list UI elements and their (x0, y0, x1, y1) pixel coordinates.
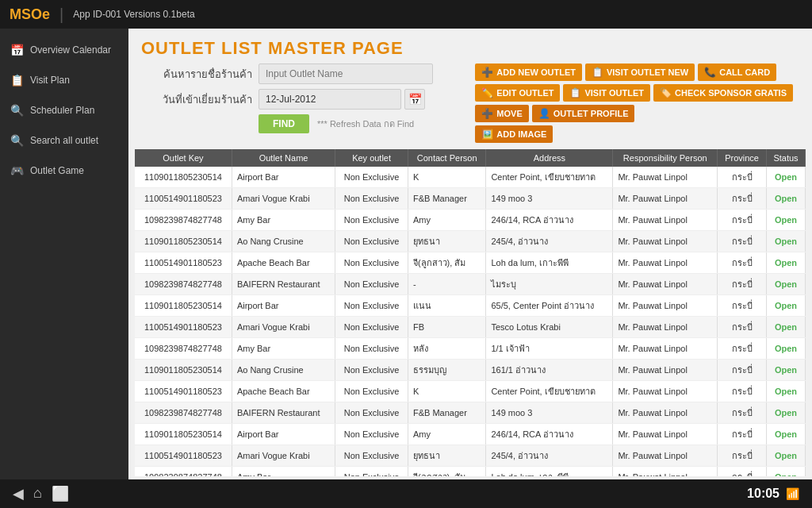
col-key-outlet: Key outlet (335, 149, 408, 167)
table-row[interactable]: 1109011805230514 Ao Nang Crusine Non Exc… (135, 360, 806, 381)
cell-contact: จี(ลูกสาว), สัม (408, 252, 485, 274)
cell-address: 245/4, อ่าวนาง (486, 445, 613, 467)
app-title: MSOe (10, 6, 50, 23)
cell-key: 1109011805230514 (135, 231, 232, 252)
cell-contact: Amy (408, 210, 485, 231)
cell-key-outlet: Non Exclusive (335, 274, 408, 295)
table-row[interactable]: 1109011805230514 Ao Nang Crusine Non Exc… (135, 231, 806, 252)
sidebar-label-overview-calendar: Overview Calendar (30, 44, 111, 56)
outlet-profile-button[interactable]: 👤 OUTLET PROFILE (532, 105, 635, 122)
table-row[interactable]: 1098239874827748 Amy Bar Non Exclusive จ… (135, 467, 806, 477)
cell-contact: ธรรมบุญ (408, 360, 485, 381)
table-row[interactable]: 1098239874827748 BAIFERN Restaurant Non … (135, 402, 806, 424)
cell-name: Airport Bar (232, 295, 335, 317)
table-row[interactable]: 1109011805230514 Airport Bar Non Exclusi… (135, 424, 806, 445)
cell-resp: Mr. Pauwat Linpol (613, 167, 718, 188)
cell-key: 1100514901180523 (135, 317, 232, 338)
sidebar-item-visit-plan[interactable]: 📋 Visit Plan (0, 65, 128, 95)
cell-province: กระบี่ (718, 338, 767, 360)
sidebar-label-visit-plan: Visit Plan (30, 75, 70, 86)
action-row-1: ➕ ADD NEW OUTLET 📋 VISIT OUTLET NEW 📞 CA… (475, 64, 793, 81)
cell-contact: หลัง (408, 338, 485, 360)
app-version: App ID-001 Versions 0.1beta (73, 9, 194, 20)
cell-key: 1109011805230514 (135, 360, 232, 381)
cell-province: กระบี่ (718, 274, 767, 295)
move-button[interactable]: ➕ MOVE (475, 105, 528, 122)
sidebar-item-scheduler-plan[interactable]: 🔍 Scheduler Plan (0, 95, 128, 125)
cell-name: BAIFERN Restaurant (232, 402, 335, 424)
cell-resp: Mr. Pauwat Linpol (613, 295, 718, 317)
cell-address: 246/14, RCA อ่าวนาง (486, 210, 613, 231)
table-row[interactable]: 1100514901180523 Apache Beach Bar Non Ex… (135, 252, 806, 274)
name-filter-label: ค้นหารายชื่อร้านค้า (141, 66, 252, 83)
cell-resp: Mr. Pauwat Linpol (613, 445, 718, 467)
outlet-name-input[interactable] (259, 64, 433, 84)
cell-name: Apache Beach Bar (232, 381, 335, 402)
table-row[interactable]: 1100514901180523 Amari Vogue Krabi Non E… (135, 317, 806, 338)
cell-contact: ยุทธนา (408, 231, 485, 252)
edit-outlet-button[interactable]: ✏️ EDIT OUTLET (475, 84, 560, 102)
back-nav-button[interactable]: ◀ (13, 485, 24, 502)
cell-resp: Mr. Pauwat Linpol (613, 381, 718, 402)
check-sponsor-gratis-label: CHECK SPONSOR GRATIS (675, 88, 787, 98)
cell-province: กระบี่ (718, 167, 767, 188)
visit-outlet-new-button[interactable]: 📋 VISIT OUTLET NEW (585, 64, 695, 81)
cell-name: Amari Vogue Krabi (232, 445, 335, 467)
check-sponsor-gratis-button[interactable]: 🏷️ CHECK SPONSOR GRATIS (653, 84, 793, 102)
sidebar-item-search-all-outlet[interactable]: 🔍 Search all outlet (0, 125, 128, 156)
cell-status: Open (766, 381, 805, 402)
cell-resp: Mr. Pauwat Linpol (613, 210, 718, 231)
cell-key-outlet: Non Exclusive (335, 295, 408, 317)
call-card-button[interactable]: 📞 CALL CARD (698, 64, 776, 81)
cell-contact: - (408, 274, 485, 295)
cell-key-outlet: Non Exclusive (335, 188, 408, 210)
recent-nav-button[interactable]: ⬜ (52, 485, 69, 502)
table-row[interactable]: 1098239874827748 Amy Bar Non Exclusive ห… (135, 338, 806, 360)
cell-province: กระบี่ (718, 360, 767, 381)
cell-resp: Mr. Pauwat Linpol (613, 188, 718, 210)
cell-key: 1100514901180523 (135, 445, 232, 467)
add-image-label: ADD IMAGE (496, 129, 546, 139)
cell-status: Open (766, 317, 805, 338)
move-label: MOVE (496, 109, 522, 118)
cell-name: Amy Bar (232, 338, 335, 360)
outlet-table-wrapper[interactable]: Outlet Key Outlet Name Key outlet Contac… (135, 149, 806, 476)
cell-name: Amy Bar (232, 210, 335, 231)
visit-outlet-button[interactable]: 📋 VISIT OUTLET (563, 84, 650, 102)
table-row[interactable]: 1098239874827748 Amy Bar Non Exclusive A… (135, 210, 806, 231)
home-nav-button[interactable]: ⌂ (33, 485, 42, 502)
cell-contact: K (408, 167, 485, 188)
table-row[interactable]: 1100514901180523 Apache Beach Bar Non Ex… (135, 381, 806, 402)
table-row[interactable]: 1100514901180523 Amari Vogue Krabi Non E… (135, 188, 806, 210)
cell-status: Open (766, 467, 805, 477)
cell-contact: FB (408, 317, 485, 338)
table-body: 1109011805230514 Airport Bar Non Exclusi… (135, 167, 806, 476)
find-button[interactable]: FIND (259, 114, 309, 133)
outlet-game-icon: 🎮 (10, 164, 24, 178)
date-input[interactable] (259, 89, 401, 110)
table-row[interactable]: 1109011805230514 Airport Bar Non Exclusi… (135, 167, 806, 188)
cell-key: 1109011805230514 (135, 424, 232, 445)
wifi-icon: 📶 (786, 487, 799, 500)
calendar-picker-icon[interactable]: 📅 (404, 89, 425, 110)
add-new-outlet-button[interactable]: ➕ ADD NEW OUTLET (475, 64, 582, 81)
outlet-profile-label: OUTLET PROFILE (553, 109, 629, 118)
add-image-button[interactable]: 🖼️ ADD IMAGE (475, 125, 553, 143)
cell-resp: Mr. Pauwat Linpol (613, 360, 718, 381)
table-row[interactable]: 1109011805230514 Airport Bar Non Exclusi… (135, 295, 806, 317)
table-header: Outlet Key Outlet Name Key outlet Contac… (135, 149, 806, 167)
table-row[interactable]: 1098239874827748 BAIFERN Restaurant Non … (135, 274, 806, 295)
cell-status: Open (766, 210, 805, 231)
call-icon: 📞 (704, 67, 716, 78)
table-row[interactable]: 1100514901180523 Amari Vogue Krabi Non E… (135, 445, 806, 467)
sidebar-item-overview-calendar[interactable]: 📅 Overview Calendar (0, 35, 128, 65)
cell-key-outlet: Non Exclusive (335, 381, 408, 402)
cell-key-outlet: Non Exclusive (335, 167, 408, 188)
sidebar-item-outlet-game[interactable]: 🎮 Outlet Game (0, 156, 128, 186)
bottom-time-display: 10:05 📶 (747, 487, 799, 501)
cell-contact: K (408, 381, 485, 402)
cell-status: Open (766, 402, 805, 424)
cell-status: Open (766, 167, 805, 188)
cell-status: Open (766, 295, 805, 317)
cell-address: Center Point, เขียบชายทาต (486, 167, 613, 188)
